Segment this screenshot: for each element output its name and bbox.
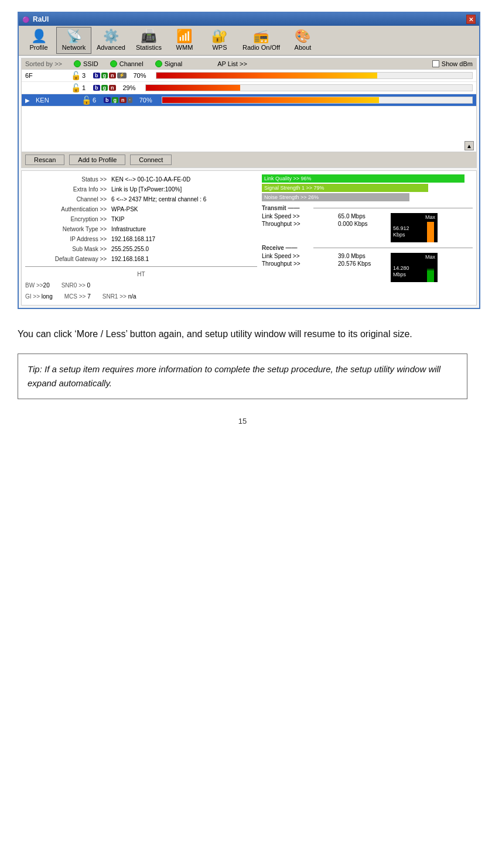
ch-num: 6	[93, 97, 96, 104]
info-label: Authentication >>	[25, 204, 109, 214]
statistics-icon: 📠	[141, 30, 156, 43]
tab-wps[interactable]: 🔐 WPS	[202, 27, 237, 54]
ap-row[interactable]: 🔓 1 b g n 29%	[22, 82, 476, 94]
transmit-label: Transmit ——	[262, 205, 309, 211]
tx-throughput-value: 0.000 Kbps	[338, 221, 385, 227]
app-icon: 🟣	[22, 16, 29, 23]
tab-profile[interactable]: 👤 Profile	[21, 27, 56, 54]
close-button[interactable]: ✕	[466, 15, 476, 24]
page: 🟣 RaUI ✕ 👤 Profile 📡 Network ⚙️ Advanced…	[0, 0, 485, 461]
ap-list-label: AP List >>	[217, 60, 247, 67]
rescan-button[interactable]: Rescan	[25, 155, 64, 165]
signal-header-label: Signal	[165, 60, 183, 67]
tx-bar	[427, 222, 434, 242]
info-value: 192.168.168.1	[109, 254, 257, 264]
badge-b: b	[93, 73, 100, 78]
transmit-content: Link Speed >> 65.0 Mbps Throughput >> 0.…	[262, 213, 473, 242]
ap-ssid: KEN	[36, 97, 77, 104]
table-row: Status >> KEN <--> 00-1C-10-AA-FE-0D	[25, 174, 257, 184]
tab-advanced[interactable]: ⚙️ Advanced	[91, 27, 131, 54]
title-bar: 🟣 RaUI ✕	[19, 13, 479, 26]
tab-statistics[interactable]: 📠 Statistics	[131, 27, 167, 54]
rx-max-label: Max	[425, 254, 435, 260]
tab-advanced-label: Advanced	[97, 44, 125, 51]
mcs-item: MCS >> 7	[64, 291, 91, 301]
signal-bar	[156, 72, 473, 79]
rx-throughput-label: Throughput >>	[262, 260, 338, 267]
info-right: Link Quality >> 96% Signal Strength 1 >>…	[262, 174, 473, 301]
info-left: Status >> KEN <--> 00-1C-10-AA-FE-0D Ext…	[25, 174, 257, 301]
lock-icon: 🔓	[71, 83, 81, 92]
channel-header-item: Channel	[110, 60, 144, 67]
add-to-profile-button[interactable]: Add to Profile	[69, 155, 125, 165]
tab-radio[interactable]: 📻 Radio On/Off	[237, 27, 285, 54]
signal-bar-fill	[162, 97, 379, 103]
ap-ssid: 6F	[25, 72, 66, 79]
info-label: Status >>	[25, 174, 109, 184]
info-value: WPA-PSK	[109, 204, 257, 214]
snr1-item: SNR1 >> n/a	[103, 291, 136, 301]
main-area: Sorted by >> SSID Channel Signal AP List…	[19, 56, 479, 308]
channel-dot	[110, 60, 117, 67]
rx-bar-small	[427, 269, 434, 270]
link-quality-row: Link Quality >> 96%	[262, 174, 473, 183]
ap-channel: 🔓 1	[71, 83, 88, 92]
tip-box: Tip: If a setup item requires more infor…	[18, 354, 467, 399]
ch-num: 1	[82, 84, 86, 91]
bw-item: BW >>20	[25, 280, 50, 290]
ap-badges: b g n ⚡	[93, 73, 127, 78]
ssid-dot	[74, 60, 81, 67]
tip-text: Tip: If a setup item requires more infor…	[28, 362, 457, 390]
tab-about-label: About	[295, 44, 312, 51]
scroll-up-button[interactable]: ▲	[464, 141, 474, 150]
sorted-by-label: Sorted by >>	[25, 60, 62, 67]
tx-link-speed-row: Link Speed >> 65.0 Mbps	[262, 213, 385, 219]
tx-max-label: Max	[425, 214, 435, 220]
ht-section: HT BW >>20 SNR0 >> 0 GI >> long MCS >> 7…	[25, 266, 257, 301]
scroll-area: ▲	[22, 140, 476, 152]
table-row: Encryption >> TKIP	[25, 214, 257, 224]
wps-icon: 🔐	[211, 30, 227, 43]
ap-signal-pct: 70%	[134, 72, 151, 79]
ssid-header-label: SSID	[83, 60, 98, 67]
info-label: IP Address >>	[25, 234, 109, 244]
info-value: Link is Up [TxPower:100%]	[109, 184, 257, 194]
tab-about[interactable]: 🎨 About	[285, 27, 320, 54]
tab-wmm-label: WMM	[176, 44, 193, 51]
ap-row[interactable]: 6F 🔓 3 b g n ⚡ 70%	[22, 70, 476, 82]
badge-extra: ⚡	[117, 73, 127, 78]
ap-signal-pct: 29%	[123, 84, 141, 91]
info-value: Infrastructure	[109, 224, 257, 234]
rx-chart-value: 14.280Mbps	[393, 265, 409, 279]
selected-arrow: ▶	[25, 97, 30, 104]
link-quality-bar: Link Quality >> 96%	[262, 174, 464, 183]
tx-chart: Max 56.912Kbps	[391, 213, 438, 242]
signal-dot	[155, 60, 162, 67]
ht-row: BW >>20 SNR0 >> 0	[25, 280, 257, 290]
connect-button[interactable]: Connect	[130, 155, 172, 165]
ap-rows: 6F 🔓 3 b g n ⚡ 70%	[22, 70, 476, 140]
table-row: Extra Info >> Link is Up [TxPower:100%]	[25, 184, 257, 194]
receive-section: Receive —— Link Speed >> 39.0 Mbps Thro	[262, 245, 473, 282]
profile-icon: 👤	[31, 30, 47, 43]
ap-button-row: Rescan Add to Profile Connect	[22, 152, 476, 167]
show-dbm-checkbox[interactable]	[432, 60, 439, 67]
tx-chart-value: 56.912Kbps	[393, 225, 409, 239]
info-label: Encryption >>	[25, 214, 109, 224]
badge-g: g	[112, 97, 119, 103]
lock-icon: 🔓	[71, 71, 81, 80]
info-label: Channel >>	[25, 194, 109, 204]
tx-throughput-label: Throughput >>	[262, 221, 338, 227]
tab-statistics-label: Statistics	[136, 44, 162, 51]
ap-row-selected[interactable]: ▶ KEN 🔓 6 b g n · 70%	[22, 94, 476, 107]
info-value: TKIP	[109, 214, 257, 224]
tab-network[interactable]: 📡 Network	[56, 27, 91, 54]
ap-channel: 🔓 3	[71, 71, 88, 80]
tab-profile-label: Profile	[29, 44, 47, 51]
ssid-header-item: SSID	[74, 60, 98, 67]
raui-window: 🟣 RaUI ✕ 👤 Profile 📡 Network ⚙️ Advanced…	[18, 12, 480, 309]
tab-wmm[interactable]: 📶 WMM	[167, 27, 202, 54]
table-row: Default Gateway >> 192.168.168.1	[25, 254, 257, 264]
signal-bar	[162, 97, 473, 104]
info-panel: Status >> KEN <--> 00-1C-10-AA-FE-0D Ext…	[21, 170, 477, 306]
